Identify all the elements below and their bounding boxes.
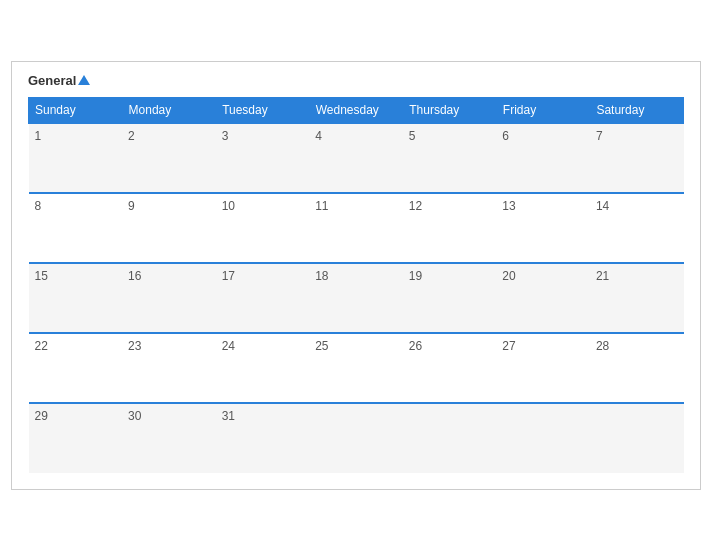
day-number: 12	[409, 199, 422, 213]
day-number: 9	[128, 199, 135, 213]
day-number: 5	[409, 129, 416, 143]
day-number: 14	[596, 199, 609, 213]
calendar-day-cell: 8	[29, 193, 123, 263]
calendar-week-row: 15161718192021	[29, 263, 684, 333]
calendar-day-cell: 24	[216, 333, 310, 403]
calendar-day-cell	[496, 403, 590, 473]
calendar-day-cell: 2	[122, 123, 216, 193]
day-number: 18	[315, 269, 328, 283]
day-number: 19	[409, 269, 422, 283]
calendar-day-cell: 17	[216, 263, 310, 333]
calendar-day-cell: 5	[403, 123, 497, 193]
calendar-day-cell: 9	[122, 193, 216, 263]
calendar-day-cell	[590, 403, 684, 473]
weekday-header-wednesday: Wednesday	[309, 97, 403, 123]
calendar-day-cell: 31	[216, 403, 310, 473]
calendar-header-row: SundayMondayTuesdayWednesdayThursdayFrid…	[29, 97, 684, 123]
day-number: 24	[222, 339, 235, 353]
calendar-day-cell: 27	[496, 333, 590, 403]
day-number: 16	[128, 269, 141, 283]
day-number: 21	[596, 269, 609, 283]
day-number: 25	[315, 339, 328, 353]
calendar-day-cell: 7	[590, 123, 684, 193]
calendar-day-cell: 15	[29, 263, 123, 333]
calendar-day-cell: 23	[122, 333, 216, 403]
calendar-day-cell: 13	[496, 193, 590, 263]
calendar-day-cell: 1	[29, 123, 123, 193]
calendar-week-row: 22232425262728	[29, 333, 684, 403]
calendar-header: General	[28, 74, 684, 87]
day-number: 28	[596, 339, 609, 353]
calendar-day-cell: 22	[29, 333, 123, 403]
weekday-header-tuesday: Tuesday	[216, 97, 310, 123]
calendar-day-cell: 11	[309, 193, 403, 263]
weekday-header-friday: Friday	[496, 97, 590, 123]
calendar-body: 1234567891011121314151617181920212223242…	[29, 123, 684, 473]
day-number: 27	[502, 339, 515, 353]
calendar-day-cell: 10	[216, 193, 310, 263]
calendar-week-row: 891011121314	[29, 193, 684, 263]
calendar-day-cell: 16	[122, 263, 216, 333]
calendar-day-cell: 20	[496, 263, 590, 333]
day-number: 22	[35, 339, 48, 353]
calendar-day-cell: 28	[590, 333, 684, 403]
day-number: 7	[596, 129, 603, 143]
day-number: 8	[35, 199, 42, 213]
weekday-header-thursday: Thursday	[403, 97, 497, 123]
calendar-day-cell: 3	[216, 123, 310, 193]
day-number: 23	[128, 339, 141, 353]
day-number: 20	[502, 269, 515, 283]
day-number: 29	[35, 409, 48, 423]
logo: General	[28, 74, 90, 87]
logo-general-text: General	[28, 74, 90, 87]
calendar-day-cell: 19	[403, 263, 497, 333]
calendar-day-cell: 6	[496, 123, 590, 193]
day-number: 31	[222, 409, 235, 423]
calendar-day-cell: 4	[309, 123, 403, 193]
calendar-day-cell: 25	[309, 333, 403, 403]
calendar-day-cell: 30	[122, 403, 216, 473]
weekday-header-monday: Monday	[122, 97, 216, 123]
day-number: 26	[409, 339, 422, 353]
day-number: 2	[128, 129, 135, 143]
weekday-header-sunday: Sunday	[29, 97, 123, 123]
day-number: 6	[502, 129, 509, 143]
day-number: 3	[222, 129, 229, 143]
calendar-day-cell: 18	[309, 263, 403, 333]
calendar-day-cell: 29	[29, 403, 123, 473]
calendar-day-cell	[309, 403, 403, 473]
day-number: 1	[35, 129, 42, 143]
calendar-day-cell: 12	[403, 193, 497, 263]
calendar-week-row: 293031	[29, 403, 684, 473]
calendar-week-row: 1234567	[29, 123, 684, 193]
day-number: 17	[222, 269, 235, 283]
day-number: 10	[222, 199, 235, 213]
calendar-day-cell: 14	[590, 193, 684, 263]
calendar-container: General SundayMondayTuesdayWednesdayThur…	[11, 61, 701, 490]
calendar-day-cell	[403, 403, 497, 473]
day-number: 11	[315, 199, 328, 213]
calendar-day-cell: 26	[403, 333, 497, 403]
calendar-day-cell: 21	[590, 263, 684, 333]
day-number: 15	[35, 269, 48, 283]
day-number: 13	[502, 199, 515, 213]
weekday-header-saturday: Saturday	[590, 97, 684, 123]
day-number: 30	[128, 409, 141, 423]
day-number: 4	[315, 129, 322, 143]
calendar-grid: SundayMondayTuesdayWednesdayThursdayFrid…	[28, 97, 684, 473]
logo-triangle-icon	[78, 75, 90, 85]
